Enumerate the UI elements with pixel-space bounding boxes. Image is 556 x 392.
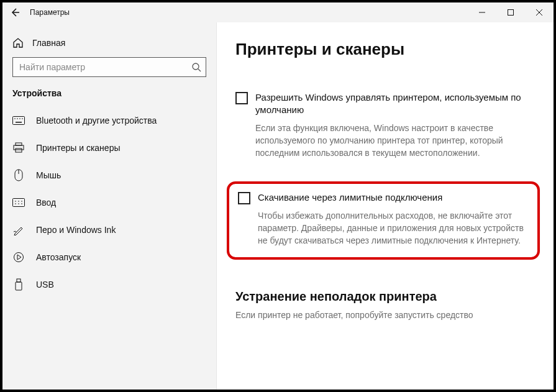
svg-point-14 xyxy=(18,201,19,202)
mouse-icon xyxy=(12,169,25,181)
home-nav[interactable]: Главная xyxy=(2,34,216,57)
settings-window: Параметры Главная Устройства Bluetooth и… xyxy=(0,0,556,392)
nav-mouse[interactable]: Мышь xyxy=(2,162,216,189)
svg-point-15 xyxy=(21,201,22,202)
maximize-button[interactable] xyxy=(496,2,525,22)
section-header: Устройства xyxy=(2,88,216,107)
nav-label: Перо и Windows Ink xyxy=(36,225,116,235)
search-wrap xyxy=(12,57,206,77)
svg-rect-9 xyxy=(14,145,24,150)
default-printer-checkbox[interactable] xyxy=(235,92,248,104)
nav-label: Bluetooth и другие устройства xyxy=(36,116,157,125)
default-printer-desc: Если эта функция включена, Windows настр… xyxy=(255,122,529,160)
svg-rect-10 xyxy=(16,148,22,152)
nav-autoplay[interactable]: Автозапуск xyxy=(2,244,216,271)
metered-label: Скачивание через лимитные подключения xyxy=(258,191,529,204)
search-input[interactable] xyxy=(12,57,206,77)
svg-rect-20 xyxy=(17,279,21,282)
default-printer-row: Разрешить Windows управлять принтером, и… xyxy=(235,91,531,159)
nav-label: USB xyxy=(36,280,54,289)
body: Главная Устройства Bluetooth и другие ус… xyxy=(2,22,554,390)
svg-point-18 xyxy=(21,203,22,204)
nav-bluetooth[interactable]: Bluetooth и другие устройства xyxy=(2,107,216,134)
window-title: Параметры xyxy=(30,8,70,17)
typing-icon xyxy=(12,198,25,207)
nav-label: Принтеры и сканеры xyxy=(36,143,120,153)
back-button[interactable] xyxy=(2,2,27,22)
svg-point-16 xyxy=(15,203,16,204)
nav-pen[interactable]: Перо и Windows Ink xyxy=(2,216,216,244)
svg-point-5 xyxy=(19,118,21,119)
sidebar: Главная Устройства Bluetooth и другие ус… xyxy=(2,22,217,390)
maximize-icon xyxy=(508,9,514,16)
nav-usb[interactable]: USB xyxy=(2,271,216,298)
svg-rect-7 xyxy=(16,122,22,123)
usb-icon xyxy=(12,278,25,291)
keyboard-icon xyxy=(12,116,25,125)
svg-rect-21 xyxy=(16,282,22,290)
default-printer-block: Разрешить Windows управлять принтером, и… xyxy=(235,91,531,159)
titlebar: Параметры xyxy=(2,2,554,22)
svg-rect-12 xyxy=(13,199,25,207)
printer-icon xyxy=(12,142,25,153)
minimize-icon xyxy=(479,9,485,16)
svg-rect-2 xyxy=(13,117,25,125)
minimize-button[interactable] xyxy=(468,2,496,22)
nav-label: Автозапуск xyxy=(36,252,81,262)
svg-point-17 xyxy=(18,203,19,204)
nav-printers[interactable]: Принтеры и сканеры xyxy=(2,134,216,162)
default-printer-label: Разрешить Windows управлять принтером, и… xyxy=(255,91,531,117)
window-controls xyxy=(468,2,554,22)
close-icon xyxy=(536,9,542,16)
content-area: Принтеры и сканеры Разрешить Windows упр… xyxy=(217,22,554,390)
metered-desc: Чтобы избежать дополнительных расходов, … xyxy=(258,209,529,247)
svg-point-6 xyxy=(22,118,23,119)
troubleshoot-heading: Устранение неполадок принтера xyxy=(235,289,531,304)
svg-point-19 xyxy=(14,253,24,262)
nav-label: Мышь xyxy=(36,170,61,180)
close-button[interactable] xyxy=(525,2,554,22)
metered-checkbox[interactable] xyxy=(238,192,250,204)
home-icon xyxy=(12,37,24,48)
svg-rect-0 xyxy=(508,10,514,16)
nav-typing[interactable]: Ввод xyxy=(2,189,216,216)
svg-rect-8 xyxy=(16,143,22,145)
svg-point-4 xyxy=(17,118,18,119)
autoplay-icon xyxy=(12,252,25,263)
nav-label: Ввод xyxy=(36,198,56,207)
metered-highlight: Скачивание через лимитные подключения Чт… xyxy=(227,181,540,259)
metered-row: Скачивание через лимитные подключения Чт… xyxy=(238,191,529,247)
page-title: Принтеры и сканеры xyxy=(235,40,531,59)
pen-icon xyxy=(12,224,25,235)
troubleshoot-text: Если принтер не работает, попробуйте зап… xyxy=(235,310,531,320)
svg-point-13 xyxy=(15,201,16,202)
arrow-left-icon xyxy=(10,7,20,17)
svg-point-3 xyxy=(14,118,16,119)
home-label: Главная xyxy=(32,38,65,48)
